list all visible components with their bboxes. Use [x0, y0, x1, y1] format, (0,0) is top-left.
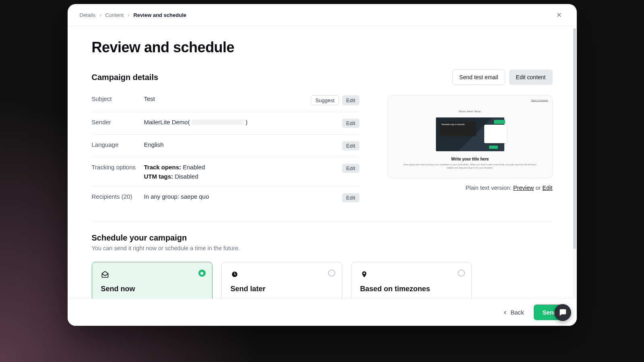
edit-content-button[interactable]: Edit content — [509, 70, 553, 85]
details-header: Campaign details Send test email Edit co… — [92, 70, 553, 85]
details-left: Subject Test Suggest Edit Sender MailerL… — [92, 95, 359, 209]
details-right: View in browser About New! Shop Generate… — [388, 95, 553, 209]
intercom-icon — [558, 308, 567, 317]
pin-icon — [360, 270, 368, 278]
row-subject: Subject Test Suggest Edit — [92, 95, 359, 112]
preview-nav: About New! Shop — [392, 110, 548, 113]
edit-recipients-button[interactable]: Edit — [342, 193, 359, 202]
breadcrumb-content[interactable]: Content — [105, 12, 124, 18]
chevron-right-icon: › — [128, 12, 129, 18]
preview-edit-link[interactable]: Edit — [543, 185, 553, 191]
preview-mini: View in browser About New! Shop Generate… — [388, 96, 552, 173]
scrollbar-thumb[interactable] — [573, 28, 576, 249]
back-button[interactable]: Back — [498, 306, 528, 319]
scrollbar-track[interactable] — [573, 28, 576, 298]
schedule-options: Send now Send later Based on timezones — [92, 262, 553, 302]
label-recipients: Recipients (20) — [92, 193, 144, 200]
radio-unselected — [458, 269, 465, 277]
content: Review and schedule Campaign details Sen… — [68, 26, 577, 326]
preview-badge — [494, 120, 505, 124]
preview-link[interactable]: Preview — [513, 185, 534, 191]
back-label: Back — [510, 309, 524, 316]
tracking-opens-key: Track opens: — [144, 164, 182, 171]
row-tracking: Tracking options Track opens: Enabled UT… — [92, 157, 359, 186]
suggest-button[interactable]: Suggest — [311, 95, 339, 105]
preview-or: or — [536, 185, 543, 191]
preview-title: Write your title here — [392, 157, 548, 161]
option-send-now[interactable]: Send now — [92, 262, 213, 302]
edit-sender-button[interactable]: Edit — [342, 119, 359, 128]
preview-hero-card-b — [484, 125, 507, 143]
preview-hero: Generate copy in seconds — [436, 117, 504, 151]
option-timezones[interactable]: Based on timezones — [351, 262, 472, 302]
edit-subject-button[interactable]: Edit — [342, 95, 359, 105]
option-title: Send now — [101, 285, 203, 293]
value-language: English — [144, 141, 343, 148]
section-title-schedule: Schedule your campaign — [92, 233, 553, 243]
value-tracking: Track opens: Enabled UTM tags: Disabled — [144, 164, 343, 180]
label-subject: Subject — [92, 95, 144, 102]
value-sender: MailerLite Demo( ) — [144, 119, 343, 125]
details-actions: Send test email Edit content — [452, 70, 552, 85]
chevron-left-icon — [502, 310, 508, 315]
label-tracking: Tracking options — [92, 164, 144, 171]
tracking-utm-key: UTM tags: — [144, 173, 173, 180]
page-title: Review and schedule — [92, 39, 553, 56]
preview-footer-prefix: Plain text version: — [465, 185, 513, 191]
topbar: Details › Content › Review and schedule — [68, 4, 577, 26]
breadcrumb-details[interactable]: Details — [80, 12, 96, 18]
tracking-opens-val: Enabled — [181, 164, 205, 171]
radio-selected — [198, 269, 206, 277]
modal-inner: Details › Content › Review and schedule … — [68, 4, 577, 326]
radio-unselected — [328, 269, 335, 277]
edit-language-button[interactable]: Edit — [342, 141, 359, 150]
clock-icon — [231, 270, 239, 278]
details-block: Subject Test Suggest Edit Sender MailerL… — [92, 95, 553, 209]
chevron-right-icon: › — [99, 12, 101, 18]
mail-open-icon — [101, 270, 109, 278]
row-language: Language English Edit — [92, 134, 359, 157]
breadcrumb-review: Review and schedule — [133, 12, 186, 18]
sender-prefix: MailerLite Demo( — [144, 119, 190, 125]
preview-hero-card: Generate copy in seconds — [440, 121, 476, 136]
tracking-utm-val: Disabled — [173, 173, 198, 180]
close-icon — [555, 11, 563, 19]
value-recipients: In any group: saepe quo — [144, 193, 343, 200]
row-sender: Sender MailerLite Demo( ) Edit — [92, 112, 359, 134]
email-preview[interactable]: View in browser About New! Shop Generate… — [388, 95, 553, 178]
intercom-launcher[interactable] — [554, 304, 571, 321]
bottombar: Back Send — [68, 298, 577, 326]
edit-tracking-button[interactable]: Edit — [342, 164, 359, 173]
schedule-description: You can send it right now or schedule a … — [92, 245, 553, 251]
modal: Details › Content › Review and schedule … — [68, 4, 577, 326]
send-test-email-button[interactable]: Send test email — [452, 70, 505, 85]
separator — [92, 222, 553, 222]
preview-footer: Plain text version: Preview or Edit — [388, 185, 553, 191]
label-sender: Sender — [92, 119, 144, 125]
label-language: Language — [92, 141, 144, 148]
row-recipients: Recipients (20) In any group: saepe quo … — [92, 186, 359, 209]
section-title-details: Campaign details — [92, 73, 159, 82]
option-title: Based on timezones — [360, 285, 462, 293]
sender-redacted — [192, 119, 244, 125]
breadcrumbs: Details › Content › Review and schedule — [80, 12, 186, 18]
option-send-later[interactable]: Send later — [221, 262, 342, 302]
sender-suffix: ) — [246, 119, 248, 125]
preview-view-in-browser: View in browser — [392, 99, 548, 101]
preview-cta — [489, 146, 498, 149]
value-subject: Test — [144, 95, 311, 102]
preview-body: Start typing here and introduce your new… — [392, 163, 548, 170]
option-title: Send later — [231, 285, 333, 293]
close-button[interactable] — [553, 9, 565, 21]
